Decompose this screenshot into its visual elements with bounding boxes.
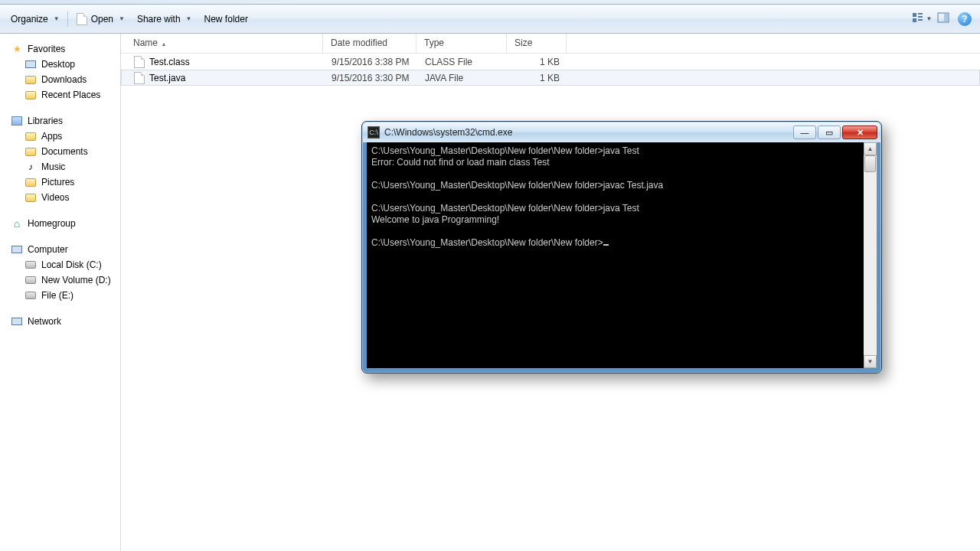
drive-icon — [24, 274, 37, 286]
preview-pane-button[interactable] — [933, 11, 954, 28]
file-row[interactable]: Test.class 9/15/2016 3:38 PM CLASS File … — [121, 54, 980, 70]
music-icon: ♪ — [24, 161, 37, 173]
maximize-icon: ▭ — [825, 128, 833, 138]
help-icon: ? — [958, 12, 972, 26]
cmd-title: C:\Windows\system32\cmd.exe — [384, 127, 512, 138]
new-folder-button[interactable]: New folder — [198, 11, 254, 28]
minimize-icon: — — [801, 128, 809, 137]
videos-icon — [24, 191, 37, 204]
chevron-down-icon: ▼ — [54, 15, 60, 22]
file-row[interactable]: Test.java 9/15/2016 3:30 PM JAVA File 1 … — [121, 70, 980, 86]
open-button[interactable]: Open ▼ — [70, 10, 131, 28]
close-icon: ✕ — [857, 128, 864, 138]
file-date: 9/15/2016 3:38 PM — [324, 57, 417, 67]
sidebar-item-local-disk-c[interactable]: Local Disk (C:) — [0, 257, 120, 272]
newfolder-label: New folder — [204, 14, 248, 24]
maximize-button[interactable]: ▭ — [818, 126, 841, 139]
file-icon — [134, 56, 145, 68]
file-date: 9/15/2016 3:30 PM — [324, 73, 417, 83]
help-button[interactable]: ? — [954, 11, 975, 28]
file-icon — [76, 13, 88, 25]
view-options-button[interactable]: ▼ — [911, 11, 933, 28]
sidebar-item-label: File (E:) — [41, 290, 74, 301]
navigation-pane: ★ Favorites Desktop Downloads Recent Pla… — [0, 34, 121, 551]
file-name: Test.java — [149, 73, 185, 83]
libraries-group[interactable]: Libraries — [0, 113, 120, 129]
organize-label: Organize — [11, 14, 48, 24]
network-icon — [11, 315, 23, 328]
sidebar-item-label: Videos — [41, 192, 69, 203]
cmd-window[interactable]: C:\ C:\Windows\system32\cmd.exe — ▭ ✕ C:… — [361, 121, 882, 373]
homegroup-group[interactable]: ⌂ Homegroup — [0, 216, 120, 231]
cmd-output: C:\Users\Young_Master\Desktop\New folder… — [368, 144, 875, 250]
sidebar-item-documents[interactable]: Documents — [0, 144, 120, 159]
libraries-icon — [11, 115, 23, 127]
sidebar-item-label: New Volume (D:) — [41, 275, 111, 285]
svg-rect-4 — [918, 19, 923, 21]
cmd-body[interactable]: C:\Users\Young_Master\Desktop\New folder… — [363, 142, 880, 372]
folder-icon — [24, 130, 37, 142]
scroll-track[interactable] — [864, 155, 877, 355]
network-label: Network — [28, 316, 61, 327]
preview-pane-icon — [937, 12, 949, 25]
favorites-group[interactable]: ★ Favorites — [0, 41, 120, 57]
open-label: Open — [91, 14, 113, 24]
column-label: Name — [133, 37, 158, 48]
column-label: Size — [514, 37, 532, 48]
sidebar-item-downloads[interactable]: Downloads — [0, 72, 120, 87]
sidebar-item-pictures[interactable]: Pictures — [0, 174, 120, 190]
favorites-label: Favorites — [28, 44, 65, 54]
organize-button[interactable]: Organize ▼ — [5, 11, 66, 28]
homegroup-label: Homegroup — [28, 218, 76, 229]
view-icon — [912, 12, 924, 25]
drive-icon — [24, 259, 37, 271]
share-label: Share with — [137, 14, 181, 24]
sidebar-item-new-volume-d[interactable]: New Volume (D:) — [0, 272, 120, 288]
computer-group[interactable]: Computer — [0, 242, 120, 257]
svg-rect-0 — [913, 13, 916, 17]
cmd-icon: C:\ — [368, 126, 380, 139]
column-size[interactable]: Size — [507, 34, 567, 53]
file-icon — [134, 72, 145, 84]
sidebar-item-label: Apps — [41, 131, 62, 142]
share-with-button[interactable]: Share with ▼ — [131, 11, 198, 28]
computer-label: Computer — [28, 244, 68, 255]
svg-rect-6 — [944, 14, 948, 21]
sidebar-item-label: Music — [41, 161, 65, 172]
column-label: Date modified — [331, 37, 387, 48]
column-name[interactable]: Name▴ — [121, 34, 323, 53]
sidebar-item-desktop[interactable]: Desktop — [0, 57, 120, 72]
svg-rect-2 — [918, 16, 923, 18]
sidebar-item-recent-places[interactable]: Recent Places — [0, 87, 120, 103]
chevron-down-icon: ▼ — [119, 15, 125, 22]
folder-icon — [24, 89, 37, 101]
sidebar-item-apps[interactable]: Apps — [0, 129, 120, 144]
column-date-modified[interactable]: Date modified — [323, 34, 416, 53]
minimize-button[interactable]: — — [793, 126, 816, 139]
chevron-down-icon: ▼ — [186, 15, 192, 22]
cmd-scrollbar[interactable]: ▲ ▼ — [864, 142, 877, 368]
sidebar-item-label: Desktop — [41, 59, 75, 70]
close-button[interactable]: ✕ — [842, 126, 877, 139]
svg-rect-1 — [918, 13, 923, 15]
scroll-thumb[interactable] — [864, 155, 876, 172]
column-label: Type — [424, 37, 444, 48]
svg-rect-3 — [913, 18, 916, 22]
folder-icon — [24, 73, 37, 86]
network-group[interactable]: Network — [0, 314, 120, 329]
cmd-titlebar[interactable]: C:\ C:\Windows\system32\cmd.exe — ▭ ✕ — [363, 122, 880, 142]
sidebar-item-file-e[interactable]: File (E:) — [0, 288, 120, 303]
scroll-up-button[interactable]: ▲ — [864, 142, 877, 155]
computer-icon — [11, 243, 23, 256]
scroll-down-button[interactable]: ▼ — [864, 355, 877, 368]
star-icon: ★ — [11, 43, 23, 55]
sidebar-item-label: Recent Places — [41, 90, 100, 100]
column-type[interactable]: Type — [416, 34, 507, 53]
sidebar-item-music[interactable]: ♪Music — [0, 159, 120, 174]
libraries-label: Libraries — [28, 116, 63, 126]
file-size: 1 KB — [508, 57, 567, 67]
sidebar-item-videos[interactable]: Videos — [0, 190, 120, 205]
chevron-down-icon: ▼ — [926, 15, 933, 22]
drive-icon — [24, 289, 37, 302]
desktop-icon — [24, 58, 37, 70]
